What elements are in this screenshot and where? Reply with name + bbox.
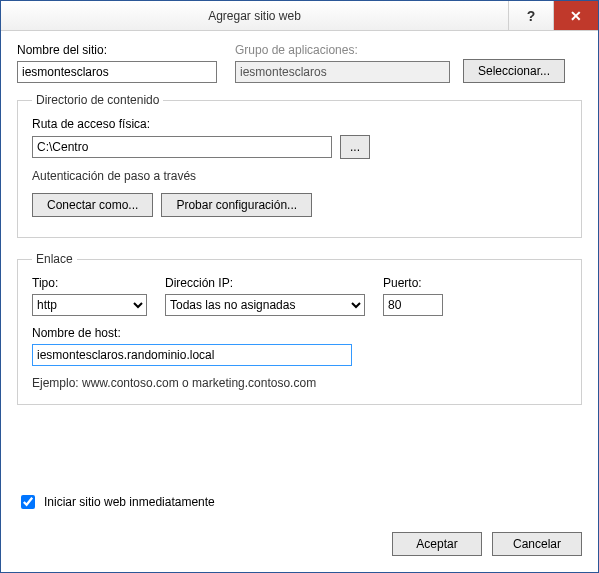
- col-sitename: Nombre del sitio:: [17, 43, 227, 83]
- group-binding: Enlace Tipo: http Dirección IP: Todas la…: [17, 252, 582, 405]
- row-binding: Tipo: http Dirección IP: Todas las no as…: [32, 276, 567, 316]
- row-site-app: Nombre del sitio: Grupo de aplicaciones:…: [17, 43, 582, 83]
- input-port[interactable]: [383, 294, 443, 316]
- label-physicalpath: Ruta de acceso física:: [32, 117, 567, 131]
- input-apppool: [235, 61, 450, 83]
- col-hostname: Nombre de host:: [32, 326, 567, 366]
- legend-binding: Enlace: [32, 252, 77, 266]
- group-contentdir: Directorio de contenido Ruta de acceso f…: [17, 93, 582, 238]
- label-example: Ejemplo: www.contoso.com o marketing.con…: [32, 376, 567, 390]
- titlebar: Agregar sitio web ? ✕: [1, 1, 598, 31]
- browse-button[interactable]: ...: [340, 135, 370, 159]
- select-ip[interactable]: Todas las no asignadas: [165, 294, 365, 316]
- label-port: Puerto:: [383, 276, 463, 290]
- label-startnow: Iniciar sitio web inmediatamente: [44, 495, 215, 509]
- input-physicalpath[interactable]: [32, 136, 332, 158]
- col-select: Seleccionar...: [463, 59, 565, 83]
- dialog-add-website: Agregar sitio web ? ✕ Nombre del sitio: …: [0, 0, 599, 573]
- select-apppool-button[interactable]: Seleccionar...: [463, 59, 565, 83]
- row-physicalpath: ...: [32, 135, 567, 159]
- footer-buttons: Aceptar Cancelar: [392, 532, 582, 556]
- window-buttons: ? ✕: [508, 1, 598, 30]
- close-button[interactable]: ✕: [553, 1, 598, 30]
- label-apppool: Grupo de aplicaciones:: [235, 43, 455, 57]
- input-hostname[interactable]: [32, 344, 352, 366]
- test-settings-button[interactable]: Probar configuración...: [161, 193, 312, 217]
- cancel-button[interactable]: Cancelar: [492, 532, 582, 556]
- checkbox-startnow[interactable]: [21, 495, 35, 509]
- help-button[interactable]: ?: [508, 1, 553, 30]
- label-type: Tipo:: [32, 276, 157, 290]
- col-port: Puerto:: [383, 276, 463, 316]
- window-title: Agregar sitio web: [1, 9, 508, 23]
- connect-as-button[interactable]: Conectar como...: [32, 193, 153, 217]
- legend-contentdir: Directorio de contenido: [32, 93, 163, 107]
- dialog-content: Nombre del sitio: Grupo de aplicaciones:…: [1, 31, 598, 431]
- label-hostname: Nombre de host:: [32, 326, 567, 340]
- input-sitename[interactable]: [17, 61, 217, 83]
- col-type: Tipo: http: [32, 276, 157, 316]
- label-ip: Dirección IP:: [165, 276, 375, 290]
- select-type[interactable]: http: [32, 294, 147, 316]
- label-passthrough: Autenticación de paso a través: [32, 169, 567, 183]
- ok-button[interactable]: Aceptar: [392, 532, 482, 556]
- row-authbuttons: Conectar como... Probar configuración...: [32, 193, 567, 217]
- label-sitename: Nombre del sitio:: [17, 43, 227, 57]
- col-ip: Dirección IP: Todas las no asignadas: [165, 276, 375, 316]
- col-apppool: Grupo de aplicaciones:: [235, 43, 455, 83]
- row-startnow: Iniciar sitio web inmediatamente: [17, 492, 215, 512]
